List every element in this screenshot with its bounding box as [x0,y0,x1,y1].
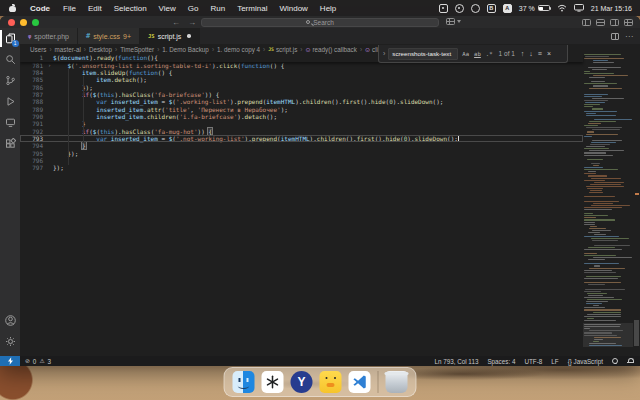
line-number[interactable]: 793 [20,135,46,142]
line-number[interactable]: 795 [20,150,46,157]
line-number[interactable]: 788 [20,98,46,105]
zoom-window-button[interactable] [32,19,39,26]
problems-summary[interactable]: ⊘ 0 ⚠ 3 [25,358,51,365]
code-line-794[interactable]: 794 } [20,142,583,149]
line-number[interactable]: 781 [20,62,46,69]
breadcrumb-item[interactable]: Desktop [89,46,112,53]
menu-item-file[interactable]: File [57,4,82,13]
menu-item-window[interactable]: Window [273,4,313,13]
menu-item-go[interactable]: Go [182,4,205,13]
breadcrumb-item[interactable]: TimeSpotter [120,46,154,53]
dock-yandex-icon[interactable]: Y [291,371,313,393]
eol-sequence[interactable]: LF [551,358,558,365]
tab-script.js[interactable]: JSscript.js [140,28,200,44]
dock-vscode-icon[interactable] [349,371,371,393]
line-number[interactable]: 786 [20,84,46,91]
scrollbar-thumb[interactable] [634,320,639,346]
remote-indicator[interactable] [0,356,20,366]
find-in-selection-icon[interactable]: ≡ [537,50,543,57]
breadcrumb-item[interactable]: JSscript.js [268,46,297,53]
dock-finder-icon[interactable] [233,371,255,393]
menu-item-help[interactable]: Help [314,4,342,13]
split-editor-icon[interactable] [611,33,619,40]
previous-match-icon[interactable]: ↑ [520,50,526,57]
match-case-toggle[interactable]: Aa [461,50,470,58]
code-line-789[interactable]: 789 inserted_item.attr('title', 'Перенес… [20,106,583,113]
feedback-smiley-icon[interactable] [612,358,618,364]
whole-word-toggle[interactable]: ab [473,50,482,58]
menu-item-view[interactable]: View [153,4,182,13]
line-number[interactable]: 797 [20,164,46,171]
menu-item-terminal[interactable]: Terminal [231,4,273,13]
customize-layout-icon[interactable] [624,19,633,26]
close-find-icon[interactable]: × [546,50,552,57]
cursor-position[interactable]: Ln 793, Col 113 [434,358,478,365]
toggle-secondary-sidebar-icon[interactable] [610,19,619,26]
regex-toggle[interactable]: .* [485,50,494,58]
dock-trash-icon[interactable] [386,371,408,393]
breadcrumb-item[interactable]: 1. Demo Backup [162,46,209,53]
settings-status-icon[interactable] [471,4,480,13]
language-mode[interactable]: {} JavaScript [568,358,603,365]
more-actions-icon[interactable]: ⋯ [625,33,633,40]
code-line-785[interactable]: 785 item.detach(); [20,76,583,83]
menu-item-run[interactable]: Run [204,4,231,13]
code-line-787[interactable]: 787 if($(this).hasClass('fa-briefcase'))… [20,91,583,98]
code-line-793[interactable]: 793 var inserted_item = $('.not-working-… [20,135,583,142]
battery-indicator[interactable]: 37 % [519,5,550,12]
layout-toggle[interactable] [446,18,461,25]
minimap[interactable] [583,54,633,356]
encoding[interactable]: UTF-8 [524,358,542,365]
wifi-icon[interactable] [557,4,567,12]
code-line-795[interactable]: 795 }); [20,150,583,157]
apple-menu-icon[interactable] [9,4,16,12]
sidebar-item-run-debug[interactable] [0,91,20,112]
tab-style.css[interactable]: #style.css9+ [78,28,140,44]
forward-arrow-icon[interactable]: → [188,18,196,27]
menu-item-selection[interactable]: Selection [108,4,153,13]
dock-duck-icon[interactable] [320,371,342,393]
line-number[interactable]: 791 [20,120,46,127]
toggle-panel-icon[interactable] [596,19,605,26]
menu-item-app[interactable]: Code [23,4,57,13]
breadcrumb-item[interactable]: ⊙ready() callback [305,46,356,53]
line-number[interactable]: 794 [20,142,46,149]
sidebar-item-search[interactable] [0,49,20,70]
line-number[interactable]: 792 [20,128,46,135]
breadcrumb-item[interactable]: Users [30,46,46,53]
accounts-button[interactable] [0,310,20,331]
line-number[interactable]: 796 [20,157,46,164]
code-line-788[interactable]: 788 var inserted_item = $('.working-list… [20,98,583,105]
bitwarden-icon[interactable]: B [487,4,496,13]
line-number[interactable]: 789 [20,106,46,113]
menu-item-edit[interactable]: Edit [82,4,108,13]
code-line-784[interactable]: 784 item.slideUp(function() { [20,69,583,76]
settings-button[interactable] [0,331,20,352]
line-number[interactable]: 787 [20,91,46,98]
code-line-786[interactable]: 786 }); [20,84,583,91]
input-source-icon[interactable]: A [503,4,512,13]
display-icon[interactable] [574,4,584,12]
code-editor[interactable]: 1 $(document).ready(function(){ 781› $('… [20,54,640,356]
line-number[interactable]: 784 [20,69,46,76]
notifications-bell-icon[interactable] [627,358,633,364]
editor-scrollbar[interactable] [633,54,640,356]
code-line-790[interactable]: 790 inserted_item.children('i.fa-briefca… [20,113,583,120]
window-title-bar[interactable]: ← → Search [0,16,640,28]
toggle-sidebar-icon[interactable] [582,19,591,26]
code-line-797[interactable]: 797}); [20,164,583,171]
command-center-search[interactable]: Search [201,18,439,27]
menu-bar-clock[interactable]: 21 Mar 15:16 [591,5,632,12]
line-number[interactable]: 785 [20,76,46,83]
status-app-icon[interactable] [455,4,464,13]
sidebar-item-remote-explorer[interactable] [0,112,20,133]
indentation[interactable]: Spaces: 4 [487,358,515,365]
back-arrow-icon[interactable]: ← [172,18,180,27]
find-input[interactable]: screenshots-task-text [388,48,458,60]
minimize-window-button[interactable] [20,19,27,26]
toggle-replace-icon[interactable]: › [383,50,385,57]
breadcrumb-item[interactable]: master-al [55,46,81,53]
dock-chatgpt-icon[interactable] [262,371,284,393]
breadcrumb-item[interactable]: 1. demo copy 4 [217,46,260,53]
close-window-button[interactable] [8,19,15,26]
